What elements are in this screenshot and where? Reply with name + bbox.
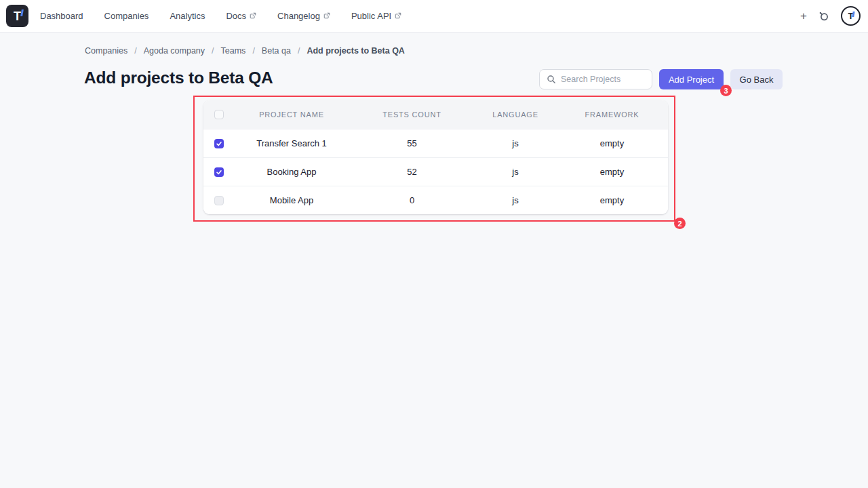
external-link-icon: [395, 12, 401, 19]
avatar-accent: [852, 12, 854, 17]
cell-project-name: Mobile App: [234, 195, 349, 205]
column-header-tests-count: TESTS COUNT: [349, 110, 475, 119]
select-all-checkbox[interactable]: [214, 110, 224, 119]
table-row: Mobile App 0 js empty: [203, 186, 668, 214]
app-logo[interactable]: T: [6, 5, 28, 27]
breadcrumb-separator: /: [212, 46, 214, 56]
search-icon: [547, 75, 556, 84]
nav-item-label: Changelog: [277, 11, 320, 21]
checkmark-icon: [216, 169, 222, 176]
breadcrumb-separator: /: [134, 46, 136, 56]
cell-framework: empty: [556, 195, 668, 205]
add-project-button[interactable]: Add Project: [659, 69, 724, 89]
breadcrumb-item[interactable]: Agoda company: [144, 46, 205, 56]
breadcrumb-separator: /: [298, 46, 300, 56]
spotlight-search-icon[interactable]: [818, 10, 830, 22]
column-header-framework: FRAMEWORK: [556, 110, 668, 119]
breadcrumb-item[interactable]: Teams: [221, 46, 246, 56]
logo-accent: [20, 9, 24, 16]
checkmark-icon: [216, 140, 222, 147]
nav-item[interactable]: Companies: [104, 11, 149, 21]
nav-item-label: Analytics: [170, 11, 205, 21]
nav-links: Dashboard Companies Analytics: [40, 11, 401, 21]
nav-item[interactable]: Changelog: [277, 11, 330, 21]
external-link-icon: [250, 12, 256, 19]
table-body: Transfer Search 1 55 js empty Booking Ap…: [203, 129, 668, 214]
nav-item-label: Companies: [104, 11, 149, 21]
cell-framework: empty: [556, 138, 668, 148]
cell-language: js: [475, 167, 556, 177]
navbar: T Dashboard Companies Analytics: [0, 0, 868, 33]
breadcrumb-separator: /: [252, 46, 254, 56]
cell-tests-count: 0: [349, 195, 475, 205]
cell-project-name: Booking App: [234, 167, 349, 177]
breadcrumb-item[interactable]: Companies: [85, 46, 127, 56]
page-title: Add projects to Beta QA: [84, 68, 273, 87]
column-header-project-name: PROJECT NAME: [234, 110, 349, 119]
cell-language: js: [475, 195, 556, 205]
search-box: [539, 69, 652, 89]
annotation-badge-2: 2: [674, 218, 686, 229]
search-input[interactable]: [561, 75, 645, 84]
external-link-icon: [323, 12, 330, 19]
breadcrumb-item: Add projects to Beta QA: [307, 46, 404, 56]
column-header-language: LANGUAGE: [475, 110, 556, 119]
go-back-button[interactable]: Go Back: [730, 69, 783, 89]
nav-item[interactable]: Dashboard: [40, 11, 83, 21]
cell-framework: empty: [556, 167, 668, 177]
navbar-right: + T: [800, 6, 868, 26]
row-checkbox[interactable]: [214, 196, 224, 205]
nav-item[interactable]: Analytics: [170, 11, 205, 21]
plus-icon[interactable]: +: [800, 10, 807, 22]
projects-table: PROJECT NAME TESTS COUNT LANGUAGE FRAMEW…: [203, 100, 668, 214]
table-row: Booking App 52 js empty: [203, 157, 668, 186]
row-checkbox[interactable]: [214, 139, 224, 148]
cell-tests-count: 55: [349, 138, 475, 148]
table-header-row: PROJECT NAME TESTS COUNT LANGUAGE FRAMEW…: [203, 100, 668, 129]
nav-item[interactable]: Public API: [351, 11, 401, 21]
cell-tests-count: 52: [349, 167, 475, 177]
table-row: Transfer Search 1 55 js empty: [203, 129, 668, 157]
cell-project-name: Transfer Search 1: [234, 138, 349, 148]
nav-item-label: Docs: [226, 11, 246, 21]
cell-language: js: [475, 138, 556, 148]
nav-item-label: Public API: [351, 11, 391, 21]
nav-item-label: Dashboard: [40, 11, 83, 21]
row-checkbox[interactable]: [214, 167, 224, 177]
breadcrumb: Companies/Agoda company/Teams/Beta qa/Ad…: [85, 46, 405, 56]
breadcrumb-item[interactable]: Beta qa: [262, 46, 291, 56]
user-avatar[interactable]: T: [841, 6, 861, 26]
nav-item[interactable]: Docs: [226, 11, 256, 21]
